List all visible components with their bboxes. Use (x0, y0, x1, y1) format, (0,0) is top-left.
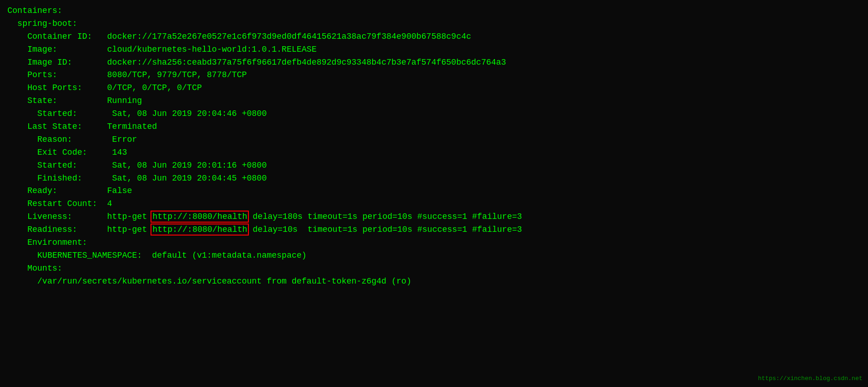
val-liveness-url: http://:8080/health (152, 212, 247, 221)
val-image-id: docker://sha256:ceabd377a75f6f96617defb4… (107, 58, 506, 67)
val-reason: Error (112, 135, 137, 144)
line-started-current: Started: Sat, 08 Jun 2019 20:04:46 +0800 (7, 108, 861, 121)
val-restart-count: 4 (107, 199, 112, 208)
val-readiness-prefix: http-get (107, 225, 152, 234)
val-exit-code: 143 (112, 148, 127, 157)
terminal: Containers: spring-boot: Container ID: d… (7, 5, 861, 387)
val-finished: Sat, 08 Jun 2019 20:04:45 +0800 (112, 174, 267, 183)
val-ready: False (107, 186, 132, 195)
val-state: Running (107, 96, 142, 105)
line-mounts: Mounts: (7, 262, 861, 275)
liveness-url-highlight: http://:8080/health (152, 212, 247, 221)
val-last-state: Terminated (107, 122, 157, 131)
key-started-last: Started: (37, 161, 112, 170)
val-container-id: docker://177a52e267e0527e1c6f973d9ed0df4… (107, 32, 471, 41)
key-image-id: Image ID: (27, 58, 107, 67)
key-started-current: Started: (37, 109, 112, 118)
line-restart-count: Restart Count: 4 (7, 198, 861, 211)
key-k8s-namespace: KUBERNETES_NAMESPACE: (37, 251, 152, 260)
line-readiness: Readiness: http-get http://:8080/health … (7, 224, 861, 236)
key-environment: Environment: (27, 238, 87, 247)
key-reason: Reason: (37, 135, 112, 144)
val-started-last: Sat, 08 Jun 2019 20:01:16 +0800 (112, 161, 267, 170)
line-spring-boot: spring-boot: (7, 18, 861, 30)
key-container-id: Container ID: (27, 32, 107, 41)
key-liveness: Liveness: (27, 212, 107, 221)
line-containers: Containers: (7, 5, 861, 18)
line-mount-path: /var/run/secrets/kubernetes.io/serviceac… (7, 275, 861, 288)
line-exit-code: Exit Code: 143 (7, 146, 861, 159)
line-environment: Environment: (7, 236, 861, 249)
key-finished: Finished: (37, 174, 112, 183)
key-host-ports: Host Ports: (27, 83, 107, 92)
val-k8s-namespace: default (v1:metadata.namespace) (152, 251, 307, 260)
key-ready: Ready: (27, 186, 107, 195)
val-ports: 8080/TCP, 9779/TCP, 8778/TCP (107, 70, 247, 79)
line-host-ports: Host Ports: 0/TCP, 0/TCP, 0/TCP (7, 82, 861, 95)
key-exit-code: Exit Code: (37, 148, 112, 157)
val-mount-path: /var/run/secrets/kubernetes.io/serviceac… (37, 277, 411, 286)
key-mounts: Mounts: (27, 264, 62, 273)
key-readiness: Readiness: (27, 225, 107, 234)
val-liveness-prefix: http-get (107, 212, 152, 221)
line-k8s-namespace: KUBERNETES_NAMESPACE: default (v1:metada… (7, 249, 861, 262)
line-state: State: Running (7, 95, 861, 108)
line-ports: Ports: 8080/TCP, 9779/TCP, 8778/TCP (7, 69, 861, 82)
line-last-state: Last State: Terminated (7, 121, 861, 133)
readiness-url-highlight: http://:8080/health (152, 225, 247, 234)
key-restart-count: Restart Count: (27, 199, 107, 208)
val-readiness-url: http://:8080/health (152, 225, 247, 234)
line-image-id: Image ID: docker://sha256:ceabd377a75f6f… (7, 56, 861, 69)
line-started-last: Started: Sat, 08 Jun 2019 20:01:16 +0800 (7, 159, 861, 172)
line-liveness: Liveness: http-get http://:8080/health d… (7, 211, 861, 224)
key-last-state: Last State: (27, 122, 107, 131)
line-ready: Ready: False (7, 185, 861, 198)
val-image: cloud/kubernetes-hello-world:1.0.1.RELEA… (107, 45, 317, 54)
line-finished: Finished: Sat, 08 Jun 2019 20:04:45 +080… (7, 172, 861, 185)
line-container-id: Container ID: docker://177a52e267e0527e1… (7, 30, 861, 43)
watermark: https://xinchen.blog.csdn.net (758, 374, 862, 383)
key-state: State: (27, 96, 107, 105)
key-image: Image: (27, 45, 107, 54)
line-image: Image: cloud/kubernetes-hello-world:1.0.… (7, 43, 861, 56)
line-reason: Reason: Error (7, 133, 861, 146)
val-started-current: Sat, 08 Jun 2019 20:04:46 +0800 (112, 109, 267, 118)
key-ports: Ports: (27, 70, 107, 79)
val-liveness-suffix: delay=180s timeout=1s period=10s #succes… (247, 212, 522, 221)
val-host-ports: 0/TCP, 0/TCP, 0/TCP (107, 83, 202, 92)
val-readiness-suffix: delay=10s timeout=1s period=10s #success… (247, 225, 522, 234)
